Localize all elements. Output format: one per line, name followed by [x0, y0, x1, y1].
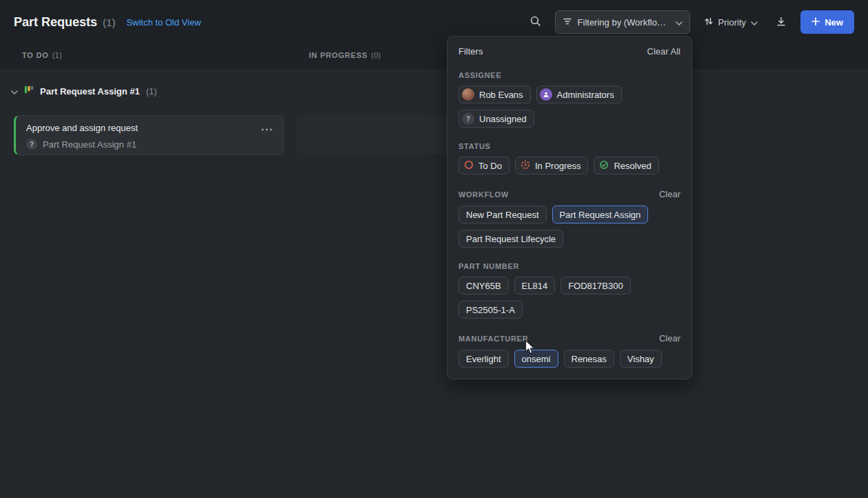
- clear-workflow-button[interactable]: Clear: [659, 189, 680, 199]
- header-left: Part Requests (1) Switch to Old View: [14, 15, 201, 30]
- chip-assignee-unassigned[interactable]: ? Unassigned: [458, 110, 534, 128]
- chip-label: Rob Evans: [479, 90, 523, 100]
- filter-section-workflow: WORKFLOW Clear New Part Request Part Req…: [458, 189, 680, 248]
- sort-arrows-icon: [704, 17, 714, 28]
- column-header-todo: TO DO(1): [22, 51, 62, 59]
- plus-icon: [811, 17, 820, 28]
- filter-section-manufacturer: MANUFACTURER Clear Everlight onsemi Rene…: [458, 333, 680, 368]
- filter-section-status: STATUS To Do In Progress Resolved: [458, 142, 680, 175]
- kanban-board: Part Request Assign #1 (1) Approve and a…: [0, 69, 868, 498]
- header: Part Requests (1) Switch to Old View Fil…: [0, 0, 868, 44]
- section-label-assignee: ASSIGNEE: [458, 71, 501, 79]
- avatar-administrators: [540, 88, 552, 101]
- column-in-progress-label: IN PROGRESS: [309, 51, 367, 59]
- filter-section-assignee: ASSIGNEE Rob Evans Administrators ? Unas…: [458, 71, 680, 128]
- chip-label: Part Request Lifecycle: [466, 234, 556, 244]
- chip-status-resolved[interactable]: Resolved: [594, 157, 658, 175]
- chip-workflow-part-request-assign[interactable]: Part Request Assign: [552, 206, 649, 223]
- download-icon: [776, 16, 787, 29]
- filter-section-part-number: PART NUMBER CNY65B EL814 FOD817B300 PS25…: [458, 262, 680, 319]
- section-label-part-number: PART NUMBER: [458, 262, 519, 270]
- filter-icon: [563, 17, 572, 28]
- chip-label: In Progress: [535, 161, 581, 171]
- avatar-rob-evans: [462, 88, 474, 101]
- page-title: Part Requests: [14, 15, 97, 30]
- chip-label: CNY65B: [466, 281, 501, 291]
- chip-part-cny65b[interactable]: CNY65B: [458, 277, 509, 295]
- chip-part-fod817b300[interactable]: FOD817B300: [561, 277, 631, 295]
- status-todo-icon: [464, 160, 474, 172]
- search-icon: [529, 15, 541, 29]
- chip-label: onsemi: [522, 354, 551, 364]
- task-card-workflow-label: Part Request Assign #1: [43, 139, 137, 150]
- filter-dropdown[interactable]: Filtering by (Workflow, ...: [555, 10, 690, 34]
- page-count: (1): [103, 17, 115, 28]
- section-label-manufacturer: MANUFACTURER: [458, 335, 528, 343]
- chip-label: Part Request Assign: [560, 210, 641, 220]
- filters-panel: Filters Clear All ASSIGNEE Rob Evans Adm…: [447, 36, 692, 379]
- chip-label: Unassigned: [479, 114, 527, 124]
- chip-status-to-do[interactable]: To Do: [458, 157, 509, 175]
- card-more-button[interactable]: [259, 121, 275, 135]
- section-label-status: STATUS: [458, 142, 491, 150]
- chip-label: PS2505-1-A: [466, 305, 515, 315]
- new-button-label: New: [825, 17, 843, 28]
- chip-workflow-new-part-request[interactable]: New Part Request: [458, 206, 547, 223]
- task-card-title: Approve and assign request: [26, 123, 138, 133]
- chip-label: Everlight: [466, 354, 501, 364]
- download-button[interactable]: [771, 12, 791, 32]
- chip-workflow-part-request-lifecycle[interactable]: Part Request Lifecycle: [458, 230, 563, 248]
- status-resolved-icon: [599, 160, 609, 172]
- chip-manufacturer-vishay[interactable]: Vishay: [620, 350, 662, 368]
- column-header-in-progress: IN PROGRESS(0): [309, 51, 381, 59]
- priority-sort-button[interactable]: Priority: [700, 10, 762, 34]
- chip-assignee-rob-evans[interactable]: Rob Evans: [458, 86, 531, 103]
- header-actions: Filtering by (Workflow, ... Priority New: [526, 10, 854, 34]
- clear-manufacturer-button[interactable]: Clear: [659, 333, 680, 343]
- switch-to-old-view-link[interactable]: Switch to Old View: [126, 17, 201, 28]
- chip-label: EL814: [522, 281, 548, 291]
- search-button[interactable]: [526, 12, 545, 32]
- question-avatar-icon: ?: [462, 112, 474, 125]
- group-title: Part Request Assign #1: [40, 86, 140, 97]
- chip-manufacturer-onsemi[interactable]: onsemi: [514, 350, 558, 368]
- clear-all-button[interactable]: Clear All: [647, 46, 680, 57]
- filter-dropdown-label: Filtering by (Workflow, ...: [578, 17, 670, 28]
- group-count: (1): [146, 86, 157, 97]
- column-todo-label: TO DO: [22, 51, 49, 59]
- chip-label: Renesas: [572, 354, 607, 364]
- chevron-down-icon[interactable]: [11, 85, 18, 97]
- more-dots-icon: [261, 123, 272, 133]
- chip-label: To Do: [478, 161, 502, 171]
- chip-label: Resolved: [614, 161, 651, 171]
- section-label-workflow: WORKFLOW: [458, 190, 509, 199]
- chip-label: FOD817B300: [568, 281, 623, 291]
- chip-status-in-progress[interactable]: In Progress: [515, 157, 588, 175]
- chevron-down-icon: [751, 17, 758, 28]
- chip-label: Vishay: [627, 354, 654, 364]
- chip-label: New Part Request: [466, 210, 539, 220]
- column-todo-count: (1): [52, 51, 62, 59]
- column-in-progress-count: (0): [371, 51, 381, 59]
- chip-part-el814[interactable]: EL814: [514, 277, 556, 295]
- chip-assignee-administrators[interactable]: Administrators: [536, 86, 622, 103]
- chip-part-ps2505-1-a[interactable]: PS2505-1-A: [458, 301, 523, 319]
- status-in-progress-icon: [521, 160, 530, 172]
- chip-manufacturer-everlight[interactable]: Everlight: [458, 350, 509, 368]
- filters-panel-title: Filters: [458, 46, 483, 57]
- priority-sort-label: Priority: [718, 17, 746, 28]
- column-header-row: TO DO(1) IN PROGRESS(0): [0, 44, 868, 69]
- chip-manufacturer-renesas[interactable]: Renesas: [564, 350, 614, 368]
- task-card[interactable]: Approve and assign request ? Part Reques…: [14, 115, 284, 155]
- group-header-part-request-assign[interactable]: Part Request Assign #1 (1): [11, 83, 157, 99]
- question-avatar-icon: ?: [26, 139, 37, 150]
- workflow-board-icon: [24, 85, 34, 97]
- chevron-down-icon: [676, 17, 683, 28]
- chip-label: Administrators: [557, 90, 614, 100]
- new-button[interactable]: New: [800, 10, 854, 34]
